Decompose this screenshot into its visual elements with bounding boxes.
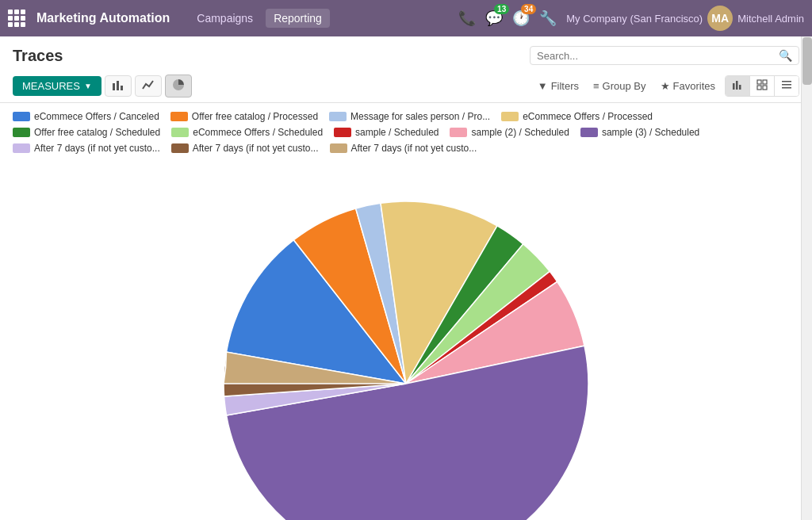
toolbar: MEASURES ▼ ▼ Filters ≡ Group By ★ Favori… [0, 70, 812, 103]
legend-label: Offer free catalog / Scheduled [34, 127, 160, 138]
legend-item: eCommece Offers / Scheduled [171, 127, 323, 138]
legend-color [330, 143, 347, 153]
legend-label: sample (3) / Scheduled [602, 127, 699, 138]
view-list-button[interactable] [775, 76, 799, 96]
line-chart-button[interactable] [135, 75, 162, 97]
legend-color [501, 112, 519, 121]
chat-badge: 13 [494, 4, 509, 14]
legend-color [450, 128, 467, 137]
bar-chart-button[interactable] [105, 75, 132, 97]
svg-rect-5 [739, 85, 741, 90]
chart-area: eCommece Offers / CanceledOffer free cat… [0, 103, 812, 520]
legend-label: sample (2) / Scheduled [471, 127, 569, 138]
favorites-button[interactable]: ★ Favorites [656, 77, 720, 95]
svg-rect-2 [121, 86, 123, 90]
nav-campaigns[interactable]: Campaigns [189, 9, 261, 28]
legend-color [580, 128, 598, 137]
legend-color [170, 112, 188, 121]
chat-icon[interactable]: 💬 13 [485, 10, 503, 27]
legend-color [171, 143, 189, 153]
legend-label: Message for sales person / Pro... [350, 111, 490, 122]
legend-color [13, 143, 30, 153]
svg-rect-12 [782, 87, 791, 89]
view-grid-button[interactable] [750, 76, 775, 96]
svg-rect-11 [782, 84, 791, 86]
svg-rect-3 [733, 83, 735, 90]
scrollbar-track[interactable] [801, 36, 812, 520]
legend-color [171, 128, 189, 137]
legend-color [13, 112, 30, 121]
pie-chart-button[interactable] [165, 75, 192, 98]
scrollbar-thumb[interactable] [802, 37, 812, 85]
wrench-icon[interactable]: 🔧 [539, 10, 557, 27]
topnav-icons: 📞 💬 13 🕐 34 🔧 [458, 10, 557, 27]
toolbar-right: ▼ Filters ≡ Group By ★ Favorites [533, 75, 799, 97]
legend-label: After 7 days (if not yet custo... [193, 143, 319, 154]
svg-rect-10 [782, 81, 791, 82]
company-selector[interactable]: My Company (San Francisco) [566, 13, 703, 25]
legend-item: Message for sales person / Pro... [329, 111, 490, 122]
svg-rect-1 [117, 81, 119, 90]
legend-item: eCommece Offers / Canceled [13, 111, 159, 122]
svg-rect-8 [757, 86, 761, 90]
star-icon: ★ [661, 80, 670, 92]
page-title: Traces [13, 47, 63, 65]
legend-label: eCommece Offers / Processed [523, 111, 653, 122]
legend-item: eCommece Offers / Processed [501, 111, 653, 122]
search-icon[interactable]: 🔍 [779, 49, 792, 62]
pie-chart [192, 170, 620, 520]
clock-badge: 34 [521, 4, 536, 14]
legend-item: After 7 days (if not yet custo... [330, 143, 477, 154]
view-chart-button[interactable] [726, 76, 750, 96]
filter-icon: ▼ [538, 80, 548, 92]
filters-button[interactable]: ▼ Filters [533, 77, 584, 95]
legend-item: sample (3) / Scheduled [580, 127, 699, 138]
legend-label: Offer free catalog / Processed [192, 111, 318, 122]
app-brand: Marketing Automation [36, 11, 170, 25]
svg-rect-4 [736, 81, 738, 90]
measures-button[interactable]: MEASURES ▼ [13, 76, 102, 96]
legend-color [13, 128, 30, 137]
nav-reporting[interactable]: Reporting [266, 9, 330, 28]
title-row: Traces 🔍 [0, 36, 812, 70]
user-avatar[interactable]: MA [707, 6, 733, 31]
legend-label: eCommece Offers / Canceled [34, 111, 159, 122]
legend-item: After 7 days (if not yet custo... [171, 143, 319, 154]
groupby-button[interactable]: ≡ Group By [588, 77, 651, 95]
svg-rect-0 [113, 83, 115, 90]
chart-legend: eCommece Offers / CanceledOffer free cat… [13, 111, 799, 154]
legend-label: After 7 days (if not yet custo... [34, 143, 160, 154]
topnav: Marketing Automation Campaigns Reporting… [0, 0, 812, 36]
measures-arrow-icon: ▼ [84, 82, 92, 90]
legend-item: After 7 days (if not yet custo... [13, 143, 160, 154]
search-bar[interactable]: 🔍 [530, 46, 799, 65]
groupby-icon: ≡ [593, 80, 599, 92]
legend-item: sample (2) / Scheduled [450, 127, 569, 138]
legend-label: After 7 days (if not yet custo... [351, 143, 477, 154]
grid-menu-icon[interactable] [8, 10, 25, 27]
phone-icon[interactable]: 📞 [458, 10, 476, 27]
legend-item: sample / Scheduled [334, 127, 439, 138]
search-input[interactable] [537, 50, 779, 62]
svg-rect-9 [763, 86, 767, 90]
svg-rect-6 [757, 80, 761, 84]
legend-color [334, 128, 351, 137]
legend-label: sample / Scheduled [355, 127, 439, 138]
clock-icon[interactable]: 🕐 34 [512, 10, 530, 27]
user-name[interactable]: Mitchell Admin [737, 13, 804, 25]
legend-item: Offer free catalog / Processed [170, 111, 318, 122]
main-content: Traces 🔍 MEASURES ▼ ▼ Filters ≡ [0, 36, 812, 520]
legend-item: Offer free catalog / Scheduled [13, 127, 160, 138]
pie-chart-container [13, 162, 799, 520]
legend-label: eCommece Offers / Scheduled [193, 127, 323, 138]
legend-color [329, 112, 347, 121]
svg-rect-7 [763, 80, 767, 84]
view-type-group [725, 75, 799, 97]
